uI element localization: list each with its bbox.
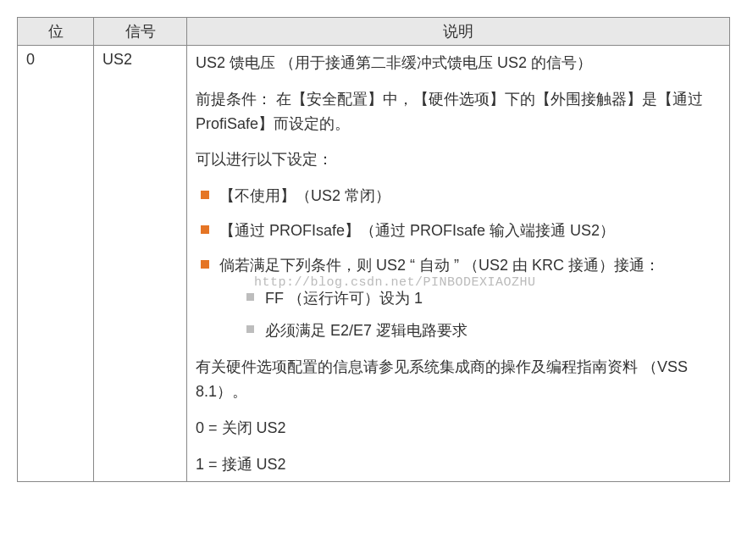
desc-settings-intro: 可以进行以下设定：: [196, 147, 721, 172]
list-item: 倘若满足下列条件，则 US2 “ 自动 ” （US2 由 KRC 接通）接通： …: [196, 253, 721, 343]
desc-title: US2 馈电压 （用于接通第二非缓冲式馈电压 US2 的信号）: [196, 51, 721, 75]
header-desc: 说明: [187, 18, 730, 46]
header-row: 位 信号 说明: [18, 18, 730, 46]
value-1: 1 = 接通 US2: [196, 452, 721, 477]
header-signal: 信号: [94, 18, 187, 46]
list-item-label: 倘若满足下列条件，则 US2 “ 自动 ” （US2 由 KRC 接通）接通：: [219, 257, 660, 274]
signal-table: 位 信号 说明 0 US2 US2 馈电压 （用于接通第二非缓冲式馈电压 US2…: [17, 17, 730, 482]
sub-list: FF （运行许可）设为 1 必须满足 E2/E7 逻辑电路要求: [243, 286, 721, 344]
table-row: 0 US2 US2 馈电压 （用于接通第二非缓冲式馈电压 US2 的信号） 前提…: [18, 46, 730, 482]
desc-precondition: 前提条件： 在【安全配置】中，【硬件选项】下的【外围接触器】是【通过 Profi…: [196, 87, 721, 136]
sub-list-item: 必须满足 E2/E7 逻辑电路要求: [243, 319, 721, 343]
cell-description: US2 馈电压 （用于接通第二非缓冲式馈电压 US2 的信号） 前提条件： 在【…: [187, 46, 730, 482]
settings-list: 【不使用】（US2 常闭） 【通过 PROFIsafe】（通过 PROFIsaf…: [196, 184, 721, 343]
header-bit: 位: [18, 18, 94, 46]
cell-signal: US2: [94, 46, 187, 482]
list-item: 【不使用】（US2 常闭）: [196, 184, 721, 208]
cell-bit: 0: [18, 46, 94, 482]
desc-reference: 有关硬件选项配置的信息请参见系统集成商的操作及编程指南资料 （VSS 8.1）。: [196, 355, 721, 404]
value-0: 0 = 关闭 US2: [196, 416, 721, 441]
sub-list-item: FF （运行许可）设为 1: [243, 286, 721, 311]
list-item: 【通过 PROFIsafe】（通过 PROFIsafe 输入端接通 US2）: [196, 219, 721, 243]
